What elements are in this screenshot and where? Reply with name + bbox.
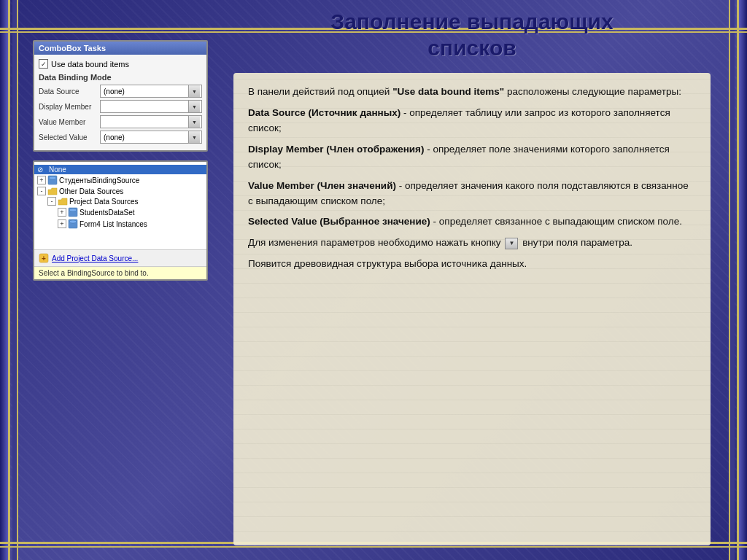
svg-text:+: + [42, 254, 46, 262]
add-datasource-icon: + [39, 253, 49, 263]
tree-item-none[interactable]: ⊘ None [34, 165, 206, 174]
tree-item-other[interactable]: - Other Data Sources [37, 186, 204, 196]
data-source-input[interactable]: (none) ▼ [100, 85, 202, 98]
right-stripe2 [729, 0, 735, 560]
tree-footer: + Add Project Data Source... [34, 249, 206, 266]
selected-value-label: Selected Value [39, 133, 97, 141]
para2-bold: Data Source (Источник данных) [248, 107, 400, 118]
none-icon: ⊘ [37, 166, 47, 174]
paragraph-2: Data Source (Источник данных) - определя… [248, 106, 696, 136]
value-member-row: Value Member ▼ [39, 115, 202, 128]
data-source-label: Data Source [39, 88, 97, 96]
para6-cont: внутри поля параметра. [522, 237, 632, 248]
dataset-icon [68, 207, 78, 217]
page-title: Заполнение выпадающих списков [241, 9, 703, 61]
display-member-row: Display Member ▼ [39, 100, 202, 113]
selected-value-arrow[interactable]: ▼ [188, 131, 200, 143]
tree-window: ⊘ None + СтудентыBindingSource - [33, 160, 208, 281]
paragraph-5: Selected Value (Выбранное значение) - оп… [248, 214, 696, 230]
data-binding-section: Data Binding Mode [39, 73, 202, 82]
combobox-title: ComboBox Tasks [34, 42, 206, 55]
footer-hint: Select a BindingSource to bind to. [34, 266, 206, 279]
data-source-arrow[interactable]: ▼ [188, 85, 200, 97]
right-panel: Заполнение выпадающих списков В панели д… [219, 0, 725, 560]
para4-bold: Value Member (Член значений) [248, 180, 396, 191]
svg-point-3 [69, 209, 77, 211]
value-member-label: Value Member [39, 118, 97, 126]
tree-item-form4[interactable]: + Form4 List Instances [37, 218, 204, 230]
display-member-arrow[interactable]: ▼ [188, 101, 200, 112]
left-panel: ComboBox Tasks ✓ Use data bound items Da… [22, 0, 219, 560]
folder-project-icon [58, 198, 68, 206]
expand-project[interactable]: - [47, 197, 56, 206]
checkbox-label: Use data bound items [51, 60, 129, 69]
tree-item-students-ds[interactable]: + StudentsDataSet [37, 206, 204, 218]
display-member-input[interactable]: ▼ [100, 100, 202, 113]
value-member-input[interactable]: ▼ [100, 115, 202, 128]
display-member-label: Display Member [39, 103, 97, 111]
content-text: В панели действий под опцией "Use data b… [248, 85, 696, 272]
tree-item-students[interactable]: + СтудентыBindingSource [37, 174, 204, 186]
paragraph-7: Появится древовидная структура выбора ис… [248, 257, 696, 272]
selected-value-input[interactable]: (none) ▼ [100, 131, 202, 144]
para5-rest: - определяет связанное с выпадающим спис… [430, 216, 682, 227]
content-box: В панели действий под опцией "Use data b… [233, 73, 711, 545]
folder-icon [47, 187, 58, 195]
form-icon [68, 219, 78, 229]
add-project-link[interactable]: Add Project Data Source... [52, 254, 138, 262]
expand-other[interactable]: - [37, 187, 46, 195]
tree-item-project[interactable]: - Project Data Sources [37, 196, 204, 206]
database-icon [47, 175, 58, 185]
expand-form4[interactable]: + [58, 219, 66, 228]
inline-dropdown-button: ▼ [505, 238, 518, 249]
combobox-title-text: ComboBox Tasks [39, 44, 106, 52]
right-stripe [737, 0, 747, 560]
paragraph-4: Value Member (Член значений) - определяе… [248, 179, 696, 209]
expand-students[interactable]: + [37, 176, 46, 184]
para3-bold: Display Member (Член отображения) [248, 144, 425, 155]
title-line1: Заполнение выпадающих [330, 9, 613, 34]
value-member-arrow[interactable]: ▼ [188, 116, 200, 128]
paragraph-6: Для изменения параметров необходимо нажа… [248, 236, 696, 251]
left-stripe [0, 0, 10, 560]
tree-body: ⊘ None + СтудентыBindingSource - [34, 162, 206, 249]
main-content: ComboBox Tasks ✓ Use data bound items Da… [22, 0, 725, 560]
para6-text: Для изменения параметров необходимо нажа… [248, 237, 501, 248]
left-stripe2 [12, 0, 18, 560]
title-line2: списков [427, 36, 516, 60]
title-area: Заполнение выпадающих списков [233, 0, 711, 73]
data-source-row: Data Source (none) ▼ [39, 85, 202, 98]
checkbox-row: ✓ Use data bound items [39, 59, 202, 69]
expand-students-ds[interactable]: + [58, 208, 66, 217]
paragraph-1: В панели действий под опцией "Use data b… [248, 85, 696, 100]
use-data-bound-checkbox[interactable]: ✓ [39, 59, 48, 69]
paragraph-3: Display Member (Член отображения) - опре… [248, 142, 696, 173]
selected-value-row: Selected Value (none) ▼ [39, 131, 202, 144]
svg-point-5 [69, 220, 77, 223]
para5-bold: Selected Value (Выбранное значение) [248, 216, 430, 227]
svg-point-1 [49, 176, 56, 179]
combobox-tasks-window: ComboBox Tasks ✓ Use data bound items Da… [33, 40, 208, 152]
combobox-body: ✓ Use data bound items Data Binding Mode… [34, 55, 206, 150]
